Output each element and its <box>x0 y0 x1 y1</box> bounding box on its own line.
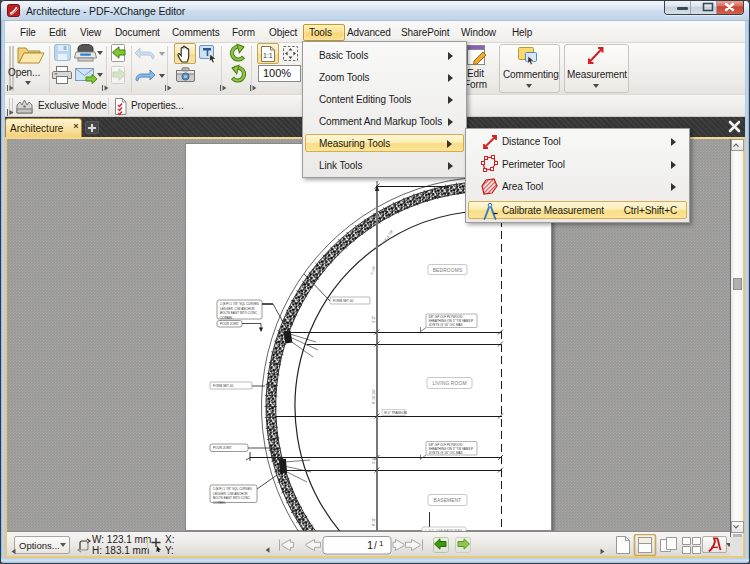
svg-text:10'-1 7/8": 10'-1 7/8" <box>383 228 395 243</box>
svg-text:POUR JOINT: POUR JOINT <box>213 446 232 450</box>
svg-text:BOLTS EAST INTO CONC: BOLTS EAST INTO CONC <box>220 311 258 315</box>
svg-text:3'-0": 3'-0" <box>372 315 376 323</box>
svg-text:8'-11": 8'-11" <box>372 516 376 526</box>
svg-text:FORM SET 40: FORM SET 40 <box>333 299 354 303</box>
svg-text:JOISTS @ 16" O/C MAX: JOISTS @ 16" O/C MAX <box>429 451 463 455</box>
svg-text:BOLTS EAST INTO CONC: BOLTS EAST INTO CONC <box>213 496 251 500</box>
svg-text:3'-0": 3'-0" <box>372 456 376 464</box>
svg-text:POUR JOINT: POUR JOINT <box>220 322 239 326</box>
svg-text:JOISTS @ 16" O/C MAX: JOISTS @ 16" O/C MAX <box>429 323 463 327</box>
svg-text:1: 1 <box>367 539 373 551</box>
svg-text:LEDGER. C/W ANCHOR: LEDGER. C/W ANCHOR <box>220 307 255 311</box>
svg-text:BASEMENT: BASEMENT <box>434 498 462 503</box>
svg-text:8'-10 1/4": 8'-10 1/4" <box>372 388 376 404</box>
svg-text:LEDGER. C/W ANCHOR: LEDGER. C/W ANCHOR <box>213 492 248 496</box>
svg-text:1: 1 <box>379 539 384 548</box>
svg-text:/: / <box>374 540 377 551</box>
svg-text:CORBEL: CORBEL <box>213 501 226 505</box>
svg-text:CORBEL: CORBEL <box>220 316 233 320</box>
svg-text:7'-10": 7'-10" <box>370 265 376 276</box>
svg-text:1:1: 1:1 <box>263 52 273 59</box>
svg-text:BEDROOMS: BEDROOMS <box>433 268 463 273</box>
svg-text:LIVING ROOM: LIVING ROOM <box>432 381 466 386</box>
svg-text:W 4" TRANSOM: W 4" TRANSOM <box>384 411 407 415</box>
svg-text:1 (E/F) 1 7/8" SQL CURVED: 1 (E/F) 1 7/8" SQL CURVED <box>213 487 253 491</box>
svg-text:1 (E/F) 1 7/8" SQL CURVED: 1 (E/F) 1 7/8" SQL CURVED <box>220 302 260 306</box>
svg-text:FORM SET 40: FORM SET 40 <box>213 384 234 388</box>
